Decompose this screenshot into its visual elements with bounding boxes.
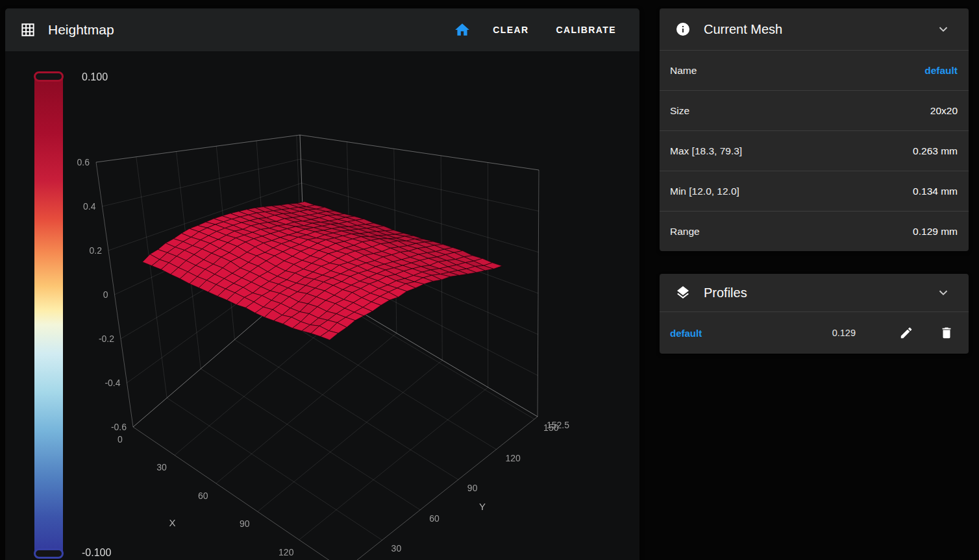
- table-row: Size 20x20: [660, 90, 969, 130]
- profiles-header: Profiles: [660, 274, 969, 311]
- current-mesh-header: Current Mesh: [660, 8, 969, 50]
- colorbar-min-handle[interactable]: [34, 548, 64, 559]
- mesh-min-label: Min [12.0, 12.0]: [670, 186, 739, 197]
- trash-icon: [939, 326, 954, 340]
- info-icon: [675, 21, 691, 37]
- layers-icon: [675, 285, 691, 300]
- heightmap-plot-area: 0.100 -0.100: [5, 51, 639, 560]
- mesh-size-value: 20x20: [930, 105, 958, 117]
- current-mesh-card: Current Mesh Name default Size 20x20 Max…: [660, 8, 969, 251]
- profiles-collapse-button[interactable]: [934, 283, 953, 302]
- mesh-min-value: 0.134 mm: [913, 186, 958, 197]
- profile-range-value: 0.129: [832, 328, 856, 338]
- header-actions: CLEAR CALIBRATE: [450, 18, 625, 42]
- panel-title: Heightmap: [48, 22, 114, 38]
- clear-button[interactable]: CLEAR: [484, 19, 538, 40]
- heightmap-3d-plot[interactable]: [5, 51, 639, 560]
- profiles-title: Profiles: [704, 286, 747, 300]
- colorbar-gradient: [34, 75, 63, 555]
- home-button[interactable]: [450, 18, 475, 42]
- colorbar-max-handle[interactable]: [34, 71, 64, 82]
- list-item: default 0.129: [660, 311, 969, 354]
- current-mesh-title: Current Mesh: [704, 22, 782, 37]
- colorbar[interactable]: [34, 71, 64, 559]
- table-row: Range 0.129 mm: [660, 211, 969, 251]
- table-row: Min [12.0, 12.0] 0.134 mm: [660, 171, 969, 211]
- profiles-card: Profiles default 0.129: [660, 274, 969, 354]
- grid-icon: [19, 21, 36, 38]
- colorbar-max-label: 0.100: [82, 71, 108, 83]
- table-row: Name default: [660, 50, 969, 90]
- chevron-down-icon: [936, 286, 950, 300]
- chevron-down-icon: [936, 22, 950, 36]
- colorbar-min-label: -0.100: [82, 547, 111, 559]
- sidebar: Current Mesh Name default Size 20x20 Max…: [660, 8, 969, 354]
- mesh-range-label: Range: [670, 226, 700, 237]
- pencil-icon: [899, 326, 913, 340]
- current-mesh-collapse-button[interactable]: [934, 19, 953, 39]
- mesh-max-label: Max [18.3, 79.3]: [670, 145, 742, 157]
- delete-profile-button[interactable]: [934, 320, 960, 346]
- profile-name-link[interactable]: default: [670, 328, 702, 339]
- heightmap-header: Heightmap CLEAR CALIBRATE: [5, 8, 639, 51]
- mesh-name-value[interactable]: default: [924, 65, 958, 77]
- home-icon: [454, 21, 471, 38]
- table-row: Max [18.3, 79.3] 0.263 mm: [660, 130, 969, 171]
- mesh-range-value: 0.129 mm: [913, 226, 958, 237]
- heightmap-panel: Heightmap CLEAR CALIBRATE 0.100 -0.100: [5, 8, 639, 560]
- calibrate-button[interactable]: CALIBRATE: [547, 19, 625, 40]
- mesh-size-label: Size: [670, 105, 689, 117]
- mesh-max-value: 0.263 mm: [913, 145, 958, 157]
- mesh-name-label: Name: [670, 65, 697, 77]
- edit-profile-button[interactable]: [893, 320, 919, 346]
- page: Heightmap CLEAR CALIBRATE 0.100 -0.100: [0, 0, 979, 560]
